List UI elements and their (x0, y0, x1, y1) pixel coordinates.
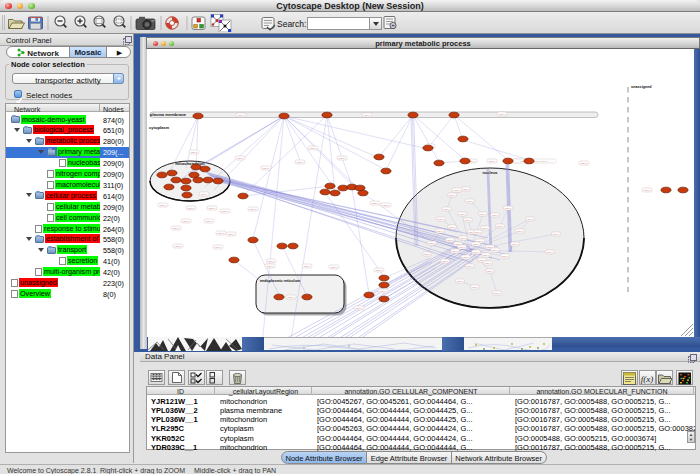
svg-text:[nd-x]: [nd-x] (485, 262, 492, 265)
svg-text:[nd-x]: [nd-x] (191, 151, 198, 154)
svg-text:[nd-x]: [nd-x] (288, 296, 295, 299)
svg-text:[nd-x]: [nd-x] (160, 204, 167, 207)
svg-text:[nd-x]: [nd-x] (467, 200, 474, 203)
svg-text:[nd-x]: [nd-x] (304, 265, 311, 268)
svg-text:nucleus: nucleus (482, 170, 498, 175)
svg-text:[nd-x]: [nd-x] (356, 307, 363, 310)
svg-text:[nd-x]: [nd-x] (463, 188, 470, 191)
svg-text:[nd-x]: [nd-x] (473, 243, 480, 246)
svg-text:[nd-x]: [nd-x] (449, 226, 456, 229)
svg-text:[nd-x]: [nd-x] (173, 227, 180, 230)
svg-text:[nd-x]: [nd-x] (459, 246, 466, 249)
svg-text:[nd-x]: [nd-x] (494, 292, 501, 295)
svg-text:[nd-x]: [nd-x] (449, 194, 456, 197)
svg-text:[nd-x]: [nd-x] (424, 253, 431, 256)
svg-text:[nd-x]: [nd-x] (527, 218, 534, 221)
svg-text:[nd-x]: [nd-x] (463, 256, 470, 259)
svg-text:cytoplasm: cytoplasm (149, 125, 170, 130)
svg-text:[nd-x]: [nd-x] (581, 162, 588, 165)
svg-text:[nd-x]: [nd-x] (480, 213, 487, 216)
svg-text:[nd-x]: [nd-x] (454, 189, 461, 192)
svg-text:[nd-x]: [nd-x] (483, 254, 490, 257)
svg-text:[nd-x]: [nd-x] (547, 251, 554, 254)
svg-text:[nd-x]: [nd-x] (460, 237, 467, 240)
svg-text:[nd-x]: [nd-x] (644, 189, 651, 192)
svg-text:[nd-x]: [nd-x] (218, 232, 225, 235)
svg-text:[nd-x]: [nd-x] (263, 167, 270, 170)
svg-text:[nd-x]: [nd-x] (505, 207, 512, 210)
svg-text:[nd-x]: [nd-x] (482, 227, 489, 230)
svg-text:[nd-x]: [nd-x] (492, 249, 499, 252)
svg-text:[nd-x]: [nd-x] (502, 255, 509, 258)
svg-text:[nd-x]: [nd-x] (438, 218, 445, 221)
svg-text:[nd-x]: [nd-x] (383, 204, 390, 207)
svg-text:[nd-x]: [nd-x] (364, 114, 371, 117)
svg-text:[nd-x]: [nd-x] (475, 231, 482, 234)
svg-text:[nd-x]: [nd-x] (297, 161, 304, 164)
svg-text:[nd-x]: [nd-x] (517, 230, 524, 233)
svg-text:[nd-x]: [nd-x] (497, 225, 504, 228)
svg-text:[nd-x]: [nd-x] (188, 207, 195, 210)
svg-text:endoplasmic reticulum: endoplasmic reticulum (260, 279, 301, 283)
svg-text:[nd-x]: [nd-x] (467, 265, 474, 268)
svg-text:[nd-x]: [nd-x] (209, 207, 216, 210)
svg-text:[nd-x]: [nd-x] (473, 251, 480, 254)
svg-text:[nd-x]: [nd-x] (268, 260, 275, 263)
svg-text:[nd-x]: [nd-x] (442, 260, 449, 263)
svg-text:[nd-x]: [nd-x] (238, 114, 245, 117)
svg-text:[nd-x]: [nd-x] (444, 208, 451, 211)
svg-text:[nd-x]: [nd-x] (457, 280, 464, 283)
svg-text:[nd-x]: [nd-x] (437, 230, 444, 233)
svg-text:[nd-x]: [nd-x] (206, 220, 213, 223)
svg-text:[nd-x]: [nd-x] (310, 147, 317, 150)
svg-text:[nd-x]: [nd-x] (339, 157, 346, 160)
svg-text:[nd-x]: [nd-x] (489, 160, 496, 163)
svg-text:[nd-x]: [nd-x] (492, 214, 499, 217)
svg-text:[nd-x]: [nd-x] (459, 213, 466, 216)
svg-text:[nd-x]: [nd-x] (372, 202, 379, 205)
svg-text:[nd-x]: [nd-x] (228, 233, 235, 236)
svg-text:[nd-x]: [nd-x] (465, 219, 472, 222)
svg-text:[nd-x]: [nd-x] (380, 290, 387, 293)
svg-text:[nd-x]: [nd-x] (512, 243, 519, 246)
svg-text:[nd-x]: [nd-x] (250, 208, 257, 211)
svg-text:[nd-x]: [nd-x] (331, 266, 338, 269)
svg-text:[nd-x]: [nd-x] (376, 269, 383, 272)
svg-text:[nd-x]: [nd-x] (447, 239, 454, 242)
svg-text:[nd-x]: [nd-x] (201, 193, 208, 196)
svg-text:[nd-x]: [nd-x] (222, 210, 229, 213)
svg-text:[nd-x]: [nd-x] (215, 246, 222, 249)
svg-text:[nd-x]: [nd-x] (452, 250, 459, 253)
svg-text:[nd-x]: [nd-x] (487, 270, 494, 273)
svg-text:[nd-x]: [nd-x] (499, 113, 506, 116)
svg-text:[nd-x]: [nd-x] (175, 245, 182, 248)
svg-text:f(x): f(x) (641, 374, 654, 384)
svg-text:[nd-x]: [nd-x] (237, 157, 244, 160)
svg-text:unassigned: unassigned (631, 85, 652, 89)
svg-text:[nd-x]: [nd-x] (183, 220, 190, 223)
svg-text:plasma membrane: plasma membrane (150, 112, 187, 117)
svg-text:[nd-x]: [nd-x] (472, 286, 479, 289)
svg-text:[nd-x]: [nd-x] (267, 265, 274, 268)
svg-text:[nd-x]: [nd-x] (429, 242, 436, 245)
svg-text:[nd-x]: [nd-x] (553, 233, 560, 236)
